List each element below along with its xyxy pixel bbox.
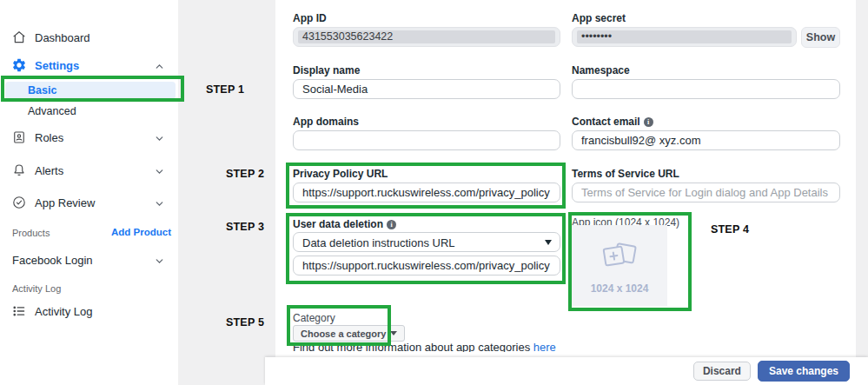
sidebar-item-facebook-login[interactable]: Facebook Login	[0, 252, 178, 269]
sidebar-item-label: Alerts	[35, 164, 63, 177]
chevron-down-icon	[154, 132, 165, 143]
sidebar-item-dashboard[interactable]: Dashboard	[0, 30, 178, 47]
sidebar-item-label: Dashboard	[35, 31, 90, 44]
sidebar-item-label: Activity Log	[35, 305, 92, 318]
privacy-policy-label: Privacy Policy URL	[293, 168, 560, 180]
gear-icon	[11, 57, 27, 73]
app-icon-size-hint: 1024 x 1024	[572, 282, 667, 295]
add-product-link[interactable]: Add Product	[111, 227, 171, 237]
chevron-down-icon	[154, 165, 165, 176]
category-info-text: Find out more information about app cate…	[293, 341, 556, 352]
sidebar-item-label: Basic	[28, 84, 56, 96]
products-section-label: Products	[12, 228, 50, 238]
category-dropdown-button[interactable]: Choose a category	[293, 325, 405, 342]
display-name-label: Display name	[293, 64, 560, 76]
home-icon	[11, 30, 27, 45]
sidebar-item-activity-log[interactable]: Activity Log	[0, 303, 178, 321]
privacy-policy-input[interactable]	[293, 183, 560, 202]
activity-log-section-label: Activity Log	[12, 283, 61, 294]
basic-settings-panel: App ID 431553035623422 App secret ••••••…	[275, 0, 856, 352]
app-icon-upload[interactable]: 1024 x 1024	[572, 225, 667, 306]
display-name-input[interactable]	[293, 79, 560, 99]
sidebar-item-label: Settings	[35, 59, 79, 72]
chevron-down-icon	[154, 255, 165, 266]
chevron-up-icon	[154, 60, 165, 71]
terms-of-service-label: Terms of Service URL	[572, 168, 840, 180]
badge-check-icon	[11, 195, 27, 210]
sidebar-item-app-review[interactable]: App Review	[0, 195, 178, 212]
show-secret-button[interactable]: Show	[801, 27, 840, 48]
app-secret-label: App secret	[572, 12, 840, 24]
app-id-input: 431553035623422	[293, 27, 560, 47]
sidebar-item-basic[interactable]: Basic	[5, 82, 176, 99]
caret-down-icon	[390, 331, 397, 335]
list-icon	[11, 303, 27, 319]
save-changes-button[interactable]: Save changes	[758, 361, 850, 382]
sidebar-item-label: Roles	[35, 131, 63, 144]
step-5-label: STEP 5	[226, 316, 264, 329]
right-background-strip	[856, 0, 868, 357]
info-icon	[387, 220, 396, 229]
app-domains-input[interactable]	[293, 130, 560, 150]
save-bar: Discard Save changes	[265, 357, 868, 385]
id-card-icon	[11, 129, 27, 145]
sidebar-item-advanced[interactable]: Advanced	[28, 105, 76, 117]
sidebar-item-alerts[interactable]: Alerts	[0, 163, 178, 180]
sidebar-item-label: Facebook Login	[12, 254, 93, 267]
caret-down-icon	[545, 240, 552, 245]
discard-button[interactable]: Discard	[693, 362, 751, 381]
step-4-label: STEP 4	[711, 223, 749, 236]
sidebar: Dashboard Settings Basic Advanced Roles	[0, 0, 178, 385]
user-data-deletion-label: User data deletion	[293, 218, 560, 230]
sidebar-item-roles[interactable]: Roles	[0, 129, 178, 147]
terms-of-service-input[interactable]	[572, 183, 840, 202]
step-3-label: STEP 3	[226, 221, 264, 233]
bell-icon	[11, 163, 27, 178]
sidebar-item-label: App Review	[35, 196, 95, 209]
step-1-label: STEP 1	[206, 83, 244, 96]
step-2-label: STEP 2	[226, 168, 264, 180]
contact-email-label: Contact email	[572, 116, 840, 128]
sidebar-item-settings[interactable]: Settings	[0, 57, 178, 75]
app-secret-input: ••••••••	[572, 27, 797, 47]
data-deletion-dropdown[interactable]: Data deletion instructions URL	[293, 232, 560, 252]
sidebar-item-label: Advanced	[28, 105, 76, 117]
app-domains-label: App domains	[293, 116, 560, 128]
data-deletion-url-input[interactable]	[293, 256, 560, 275]
here-link[interactable]: here	[533, 341, 556, 352]
photo-stack-icon	[600, 241, 639, 279]
namespace-input[interactable]	[572, 79, 840, 99]
category-label: Category	[293, 312, 335, 324]
contact-email-input[interactable]	[572, 130, 840, 150]
app-id-label: App ID	[293, 12, 560, 24]
info-icon	[644, 117, 653, 127]
chevron-down-icon	[154, 197, 165, 209]
app-settings-page: Dashboard Settings Basic Advanced Roles	[0, 0, 868, 385]
namespace-label: Namespace	[572, 64, 840, 76]
